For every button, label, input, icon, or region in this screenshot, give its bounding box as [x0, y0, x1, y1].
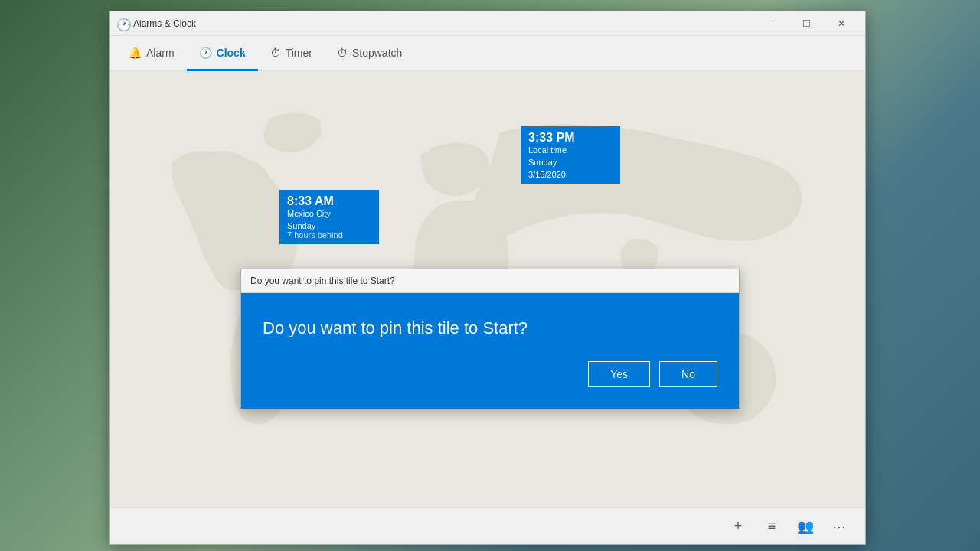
- nav-bar: 🔔 Alarm 🕐 Clock ⏱ Timer ⏱ Stopwatch: [110, 36, 865, 71]
- clock-icon: 🕐: [199, 47, 212, 59]
- stopwatch-icon: ⏱: [337, 47, 348, 59]
- tab-stopwatch[interactable]: ⏱ Stopwatch: [325, 37, 414, 71]
- title-bar: 🕐 Alarms & Clock ─ ☐ ✕: [110, 11, 865, 36]
- tab-alarm[interactable]: 🔔 Alarm: [116, 37, 187, 71]
- yes-button[interactable]: Yes: [588, 361, 650, 387]
- dialog-title-text: Do you want to pin this tile to Start?: [250, 276, 395, 286]
- tab-clock-label: Clock: [217, 47, 246, 59]
- bottom-bar: + ≡ 👥 ⋯: [110, 507, 865, 544]
- timer-icon: ⏱: [270, 47, 281, 59]
- mexico-city: Mexico City: [287, 209, 371, 218]
- main-content: 3:33 PM Local time Sunday 3/15/2020 8:33…: [110, 71, 865, 507]
- maximize-button[interactable]: ☐: [789, 11, 824, 36]
- app-icon: 🕐: [116, 18, 129, 30]
- people-button[interactable]: 👥: [792, 513, 819, 540]
- close-button[interactable]: ✕: [824, 11, 859, 36]
- minimize-button[interactable]: ─: [753, 11, 789, 36]
- tab-alarm-label: Alarm: [146, 47, 175, 59]
- mexico-day: Sunday: [287, 221, 371, 230]
- app-title: Alarms & Clock: [133, 18, 196, 29]
- mexico-offset: 7 hours behind: [287, 230, 371, 240]
- dialog-question-text: Do you want to pin this tile to Start?: [263, 318, 717, 340]
- tab-stopwatch-label: Stopwatch: [352, 47, 402, 59]
- tab-timer[interactable]: ⏱ Timer: [258, 37, 325, 71]
- local-date: 3/15/2020: [528, 170, 612, 179]
- mexico-city-pin[interactable]: 8:33 AM Mexico City Sunday 7 hours behin…: [279, 190, 379, 244]
- tab-timer-label: Timer: [286, 47, 312, 59]
- mexico-time: 8:33 AM: [287, 194, 371, 208]
- dialog-body: Do you want to pin this tile to Start? Y…: [241, 293, 739, 409]
- alarm-icon: 🔔: [129, 47, 142, 59]
- local-time: 3:33 PM: [528, 131, 612, 145]
- tab-clock[interactable]: 🕐 Clock: [187, 37, 258, 71]
- dialog-buttons: Yes No: [263, 361, 717, 387]
- pin-dialog: Do you want to pin this tile to Start? D…: [240, 269, 740, 409]
- title-bar-left: 🕐 Alarms & Clock: [116, 18, 196, 30]
- more-button[interactable]: ⋯: [825, 513, 853, 540]
- title-bar-controls: ─ ☐ ✕: [753, 11, 859, 36]
- no-button[interactable]: No: [659, 361, 717, 387]
- dialog-title-bar: Do you want to pin this tile to Start?: [241, 269, 739, 293]
- list-button[interactable]: ≡: [758, 513, 786, 540]
- local-day: Sunday: [528, 158, 612, 167]
- local-label: Local time: [528, 145, 612, 155]
- app-window: 🕐 Alarms & Clock ─ ☐ ✕ 🔔 Alarm 🕐 Clock ⏱…: [109, 11, 866, 545]
- local-time-pin[interactable]: 3:33 PM Local time Sunday 3/15/2020: [521, 126, 620, 184]
- add-button[interactable]: +: [724, 513, 752, 540]
